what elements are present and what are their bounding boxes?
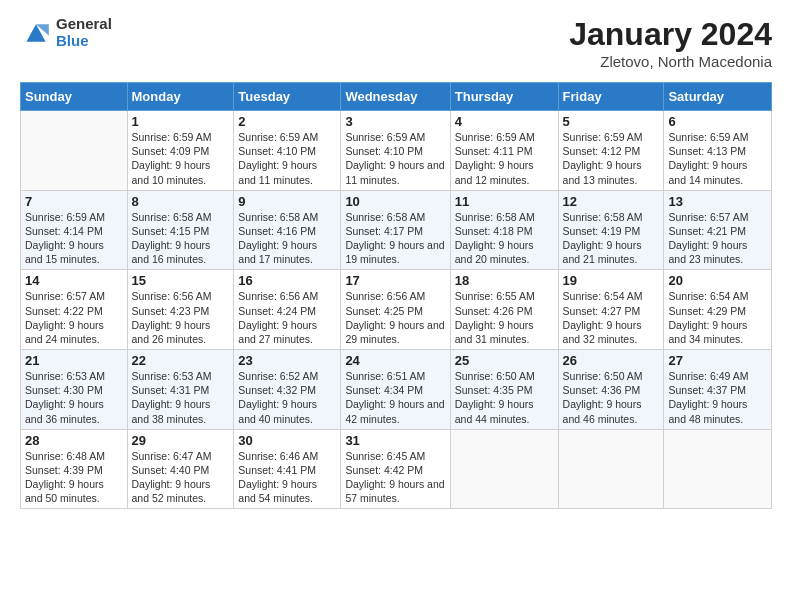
col-tuesday: Tuesday [234, 83, 341, 111]
table-cell: 26Sunrise: 6:50 AM Sunset: 4:36 PM Dayli… [558, 350, 664, 430]
table-cell: 30Sunrise: 6:46 AM Sunset: 4:41 PM Dayli… [234, 429, 341, 509]
day-info: Sunrise: 6:59 AM Sunset: 4:09 PM Dayligh… [132, 130, 230, 187]
col-saturday: Saturday [664, 83, 772, 111]
table-cell: 4Sunrise: 6:59 AM Sunset: 4:11 PM Daylig… [450, 111, 558, 191]
day-number: 1 [132, 114, 230, 129]
day-number: 9 [238, 194, 336, 209]
logo-blue-text: Blue [56, 33, 112, 50]
table-row: 28Sunrise: 6:48 AM Sunset: 4:39 PM Dayli… [21, 429, 772, 509]
day-number: 17 [345, 273, 445, 288]
day-info: Sunrise: 6:56 AM Sunset: 4:25 PM Dayligh… [345, 289, 445, 346]
day-info: Sunrise: 6:47 AM Sunset: 4:40 PM Dayligh… [132, 449, 230, 506]
day-info: Sunrise: 6:53 AM Sunset: 4:30 PM Dayligh… [25, 369, 123, 426]
day-info: Sunrise: 6:59 AM Sunset: 4:14 PM Dayligh… [25, 210, 123, 267]
day-number: 19 [563, 273, 660, 288]
day-number: 3 [345, 114, 445, 129]
table-cell: 20Sunrise: 6:54 AM Sunset: 4:29 PM Dayli… [664, 270, 772, 350]
title-area: January 2024 Zletovo, North Macedonia [569, 16, 772, 70]
table-cell: 1Sunrise: 6:59 AM Sunset: 4:09 PM Daylig… [127, 111, 234, 191]
day-info: Sunrise: 6:56 AM Sunset: 4:24 PM Dayligh… [238, 289, 336, 346]
day-number: 12 [563, 194, 660, 209]
table-cell: 21Sunrise: 6:53 AM Sunset: 4:30 PM Dayli… [21, 350, 128, 430]
table-cell: 25Sunrise: 6:50 AM Sunset: 4:35 PM Dayli… [450, 350, 558, 430]
day-number: 21 [25, 353, 123, 368]
header: General Blue January 2024 Zletovo, North… [20, 16, 772, 70]
day-number: 4 [455, 114, 554, 129]
table-cell: 29Sunrise: 6:47 AM Sunset: 4:40 PM Dayli… [127, 429, 234, 509]
col-friday: Friday [558, 83, 664, 111]
table-cell [558, 429, 664, 509]
day-info: Sunrise: 6:53 AM Sunset: 4:31 PM Dayligh… [132, 369, 230, 426]
logo-icon [20, 19, 52, 47]
day-info: Sunrise: 6:45 AM Sunset: 4:42 PM Dayligh… [345, 449, 445, 506]
day-number: 16 [238, 273, 336, 288]
header-row: Sunday Monday Tuesday Wednesday Thursday… [21, 83, 772, 111]
day-info: Sunrise: 6:54 AM Sunset: 4:29 PM Dayligh… [668, 289, 767, 346]
day-info: Sunrise: 6:50 AM Sunset: 4:36 PM Dayligh… [563, 369, 660, 426]
day-number: 13 [668, 194, 767, 209]
table-cell: 31Sunrise: 6:45 AM Sunset: 4:42 PM Dayli… [341, 429, 450, 509]
table-row: 21Sunrise: 6:53 AM Sunset: 4:30 PM Dayli… [21, 350, 772, 430]
table-cell: 23Sunrise: 6:52 AM Sunset: 4:32 PM Dayli… [234, 350, 341, 430]
day-number: 6 [668, 114, 767, 129]
table-cell [450, 429, 558, 509]
day-number: 20 [668, 273, 767, 288]
table-cell: 13Sunrise: 6:57 AM Sunset: 4:21 PM Dayli… [664, 190, 772, 270]
table-row: 1Sunrise: 6:59 AM Sunset: 4:09 PM Daylig… [21, 111, 772, 191]
day-number: 5 [563, 114, 660, 129]
calendar-table: Sunday Monday Tuesday Wednesday Thursday… [20, 82, 772, 509]
table-cell: 18Sunrise: 6:55 AM Sunset: 4:26 PM Dayli… [450, 270, 558, 350]
table-cell: 9Sunrise: 6:58 AM Sunset: 4:16 PM Daylig… [234, 190, 341, 270]
table-cell: 11Sunrise: 6:58 AM Sunset: 4:18 PM Dayli… [450, 190, 558, 270]
table-cell: 5Sunrise: 6:59 AM Sunset: 4:12 PM Daylig… [558, 111, 664, 191]
logo-text: General Blue [56, 16, 112, 49]
table-cell [21, 111, 128, 191]
table-cell [664, 429, 772, 509]
day-number: 11 [455, 194, 554, 209]
day-info: Sunrise: 6:58 AM Sunset: 4:15 PM Dayligh… [132, 210, 230, 267]
day-number: 14 [25, 273, 123, 288]
day-info: Sunrise: 6:55 AM Sunset: 4:26 PM Dayligh… [455, 289, 554, 346]
col-monday: Monday [127, 83, 234, 111]
table-cell: 22Sunrise: 6:53 AM Sunset: 4:31 PM Dayli… [127, 350, 234, 430]
table-cell: 6Sunrise: 6:59 AM Sunset: 4:13 PM Daylig… [664, 111, 772, 191]
day-number: 25 [455, 353, 554, 368]
day-number: 27 [668, 353, 767, 368]
day-number: 10 [345, 194, 445, 209]
day-number: 29 [132, 433, 230, 448]
day-info: Sunrise: 6:50 AM Sunset: 4:35 PM Dayligh… [455, 369, 554, 426]
day-info: Sunrise: 6:59 AM Sunset: 4:10 PM Dayligh… [345, 130, 445, 187]
day-number: 23 [238, 353, 336, 368]
table-cell: 7Sunrise: 6:59 AM Sunset: 4:14 PM Daylig… [21, 190, 128, 270]
day-info: Sunrise: 6:57 AM Sunset: 4:22 PM Dayligh… [25, 289, 123, 346]
day-number: 15 [132, 273, 230, 288]
logo: General Blue [20, 16, 112, 49]
table-cell: 10Sunrise: 6:58 AM Sunset: 4:17 PM Dayli… [341, 190, 450, 270]
table-cell: 15Sunrise: 6:56 AM Sunset: 4:23 PM Dayli… [127, 270, 234, 350]
month-title: January 2024 [569, 16, 772, 53]
table-cell: 3Sunrise: 6:59 AM Sunset: 4:10 PM Daylig… [341, 111, 450, 191]
day-info: Sunrise: 6:48 AM Sunset: 4:39 PM Dayligh… [25, 449, 123, 506]
day-number: 26 [563, 353, 660, 368]
day-number: 24 [345, 353, 445, 368]
day-number: 30 [238, 433, 336, 448]
day-number: 31 [345, 433, 445, 448]
day-info: Sunrise: 6:51 AM Sunset: 4:34 PM Dayligh… [345, 369, 445, 426]
day-info: Sunrise: 6:57 AM Sunset: 4:21 PM Dayligh… [668, 210, 767, 267]
table-row: 7Sunrise: 6:59 AM Sunset: 4:14 PM Daylig… [21, 190, 772, 270]
table-cell: 27Sunrise: 6:49 AM Sunset: 4:37 PM Dayli… [664, 350, 772, 430]
table-cell: 24Sunrise: 6:51 AM Sunset: 4:34 PM Dayli… [341, 350, 450, 430]
day-number: 22 [132, 353, 230, 368]
day-number: 7 [25, 194, 123, 209]
day-number: 2 [238, 114, 336, 129]
day-info: Sunrise: 6:58 AM Sunset: 4:17 PM Dayligh… [345, 210, 445, 267]
logo-general-text: General [56, 16, 112, 33]
day-info: Sunrise: 6:59 AM Sunset: 4:13 PM Dayligh… [668, 130, 767, 187]
day-info: Sunrise: 6:56 AM Sunset: 4:23 PM Dayligh… [132, 289, 230, 346]
subtitle: Zletovo, North Macedonia [569, 53, 772, 70]
table-cell: 28Sunrise: 6:48 AM Sunset: 4:39 PM Dayli… [21, 429, 128, 509]
table-cell: 19Sunrise: 6:54 AM Sunset: 4:27 PM Dayli… [558, 270, 664, 350]
day-info: Sunrise: 6:52 AM Sunset: 4:32 PM Dayligh… [238, 369, 336, 426]
day-info: Sunrise: 6:58 AM Sunset: 4:19 PM Dayligh… [563, 210, 660, 267]
day-number: 8 [132, 194, 230, 209]
